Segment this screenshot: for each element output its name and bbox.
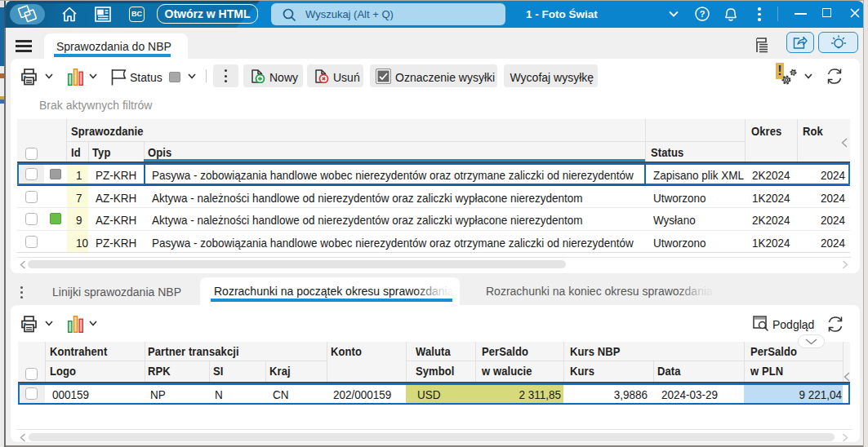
svg-text:?: ? bbox=[700, 9, 706, 19]
